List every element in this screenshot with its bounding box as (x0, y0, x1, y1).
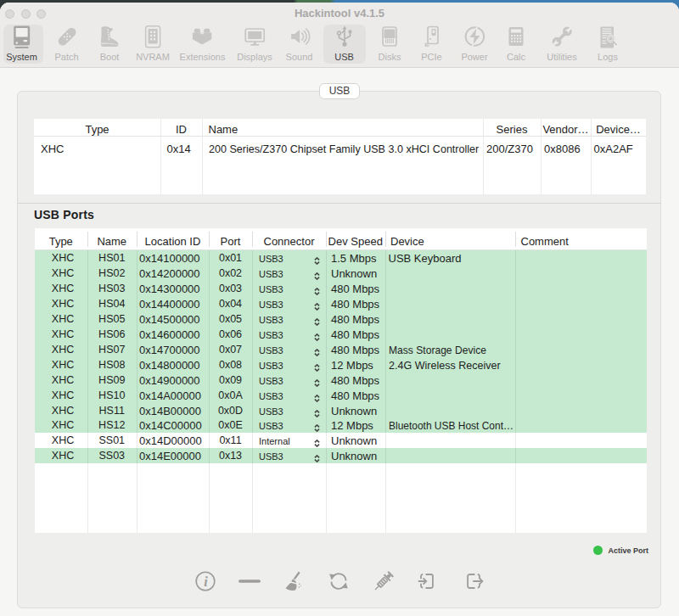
svg-text:i: i (205, 574, 209, 589)
